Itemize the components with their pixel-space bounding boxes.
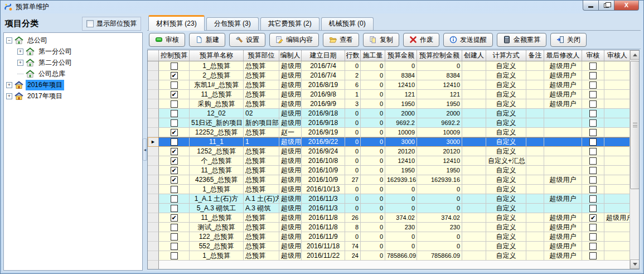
cell-modifier[interactable] [544,166,582,175]
checkbox-unchecked-icon[interactable] [589,205,597,212]
cell-name[interactable]: 122_总预算 [190,232,244,242]
cell-note[interactable] [526,137,544,147]
cell-volume[interactable]: 0 [361,242,385,251]
edit-button[interactable]: 编辑内容 [269,33,319,47]
cell-auditor[interactable] [604,204,631,213]
cell-name[interactable]: 12252_总预算 [190,128,244,137]
checkbox-unchecked-icon[interactable] [589,224,597,231]
cell-author[interactable]: 超级用户 [279,194,302,204]
cell-author[interactable]: 超级用户 [279,213,302,223]
cell-amount[interactable]: 12410 [385,156,417,166]
cell-creator[interactable] [462,223,486,232]
tree-item[interactable]: +2017年项目 [4,90,142,102]
cell-audit[interactable] [582,90,604,99]
cell-ctrlAmount[interactable]: 0 [417,232,462,242]
cell-ctrlAmount[interactable]: 8384 [417,71,462,80]
cell-modifier[interactable] [544,109,582,118]
cell-audit[interactable] [582,175,604,185]
cell-author[interactable]: 超级用户 [279,71,302,80]
cell-ctrl[interactable] [159,61,190,71]
cell-name[interactable]: 11_1 [190,137,244,147]
cell-author[interactable]: 超级用户 [279,156,302,166]
cell-lines[interactable]: 0 [345,204,361,213]
cell-audit[interactable] [582,185,604,194]
cell-audit[interactable] [582,251,604,261]
cell-modifier[interactable]: 超级用户 [544,71,582,80]
cell-calc[interactable]: 自定义 [486,71,526,80]
cell-author[interactable]: 超级用户 [279,204,302,213]
cell-note[interactable] [526,194,544,204]
checkbox-checked-icon[interactable]: ✔ [171,214,178,222]
show-part-budget-checkbox[interactable] [86,20,94,27]
cell-amount[interactable]: 230 [385,223,417,232]
cell-amount[interactable]: 10009 [385,128,417,137]
cell-lines[interactable]: 0 [345,147,361,156]
column-header-part[interactable]: 预算部位 [244,50,279,61]
cell-date[interactable]: 2016/11/22 [302,251,345,261]
cell-author[interactable]: 赵一 [279,128,302,137]
cell-name[interactable]: 5_A.3 砌筑工 [190,204,244,213]
cell-author[interactable]: 超级用户 [279,109,302,118]
cell-ctrlAmount[interactable]: 785866.09 [417,251,462,261]
cell-note[interactable] [526,61,544,71]
table-row[interactable]: 采购_总预算总预算超级用户2016/9/93019501950自定义超级用户 [148,99,639,109]
checkbox-checked-icon[interactable]: ✔ [171,129,178,136]
tree-item[interactable]: +2016年项目 [4,79,142,90]
column-header-ctrlAmount[interactable]: 预算控制金额 [417,50,462,61]
cell-ctrlAmount[interactable]: 0 [417,61,462,71]
settings-button[interactable]: 设置 [229,33,265,47]
cell-ctrl[interactable] [159,194,190,204]
cell-note[interactable] [526,242,544,251]
column-header-author[interactable]: 编制人 [279,50,302,61]
cell-creator[interactable] [462,213,486,223]
cell-ctrlAmount[interactable]: 1950 [417,166,462,175]
cell-ctrl[interactable]: ✔ [159,175,190,185]
cell-audit[interactable] [582,166,604,175]
cell-volume[interactable]: 0 [361,232,385,242]
cell-part[interactable]: A.3 砌筑 [244,204,279,213]
cell-author[interactable]: 超级用户 [279,166,302,175]
cell-calc[interactable]: 自定义 [486,128,526,137]
cell-name[interactable]: 1_总预算 [190,185,244,194]
cell-auditor[interactable] [604,90,631,99]
cell-author[interactable]: 超级用户 [279,242,302,251]
cell-modifier[interactable]: 超级用户 [544,251,582,261]
cell-ctrl[interactable]: ✔ [159,71,190,80]
cell-amount[interactable]: 1950 [385,166,417,175]
cell-ctrlAmount[interactable]: 12410 [417,80,462,90]
cell-audit[interactable] [582,99,604,109]
cell-auditor[interactable] [604,242,631,251]
cell-calc[interactable]: 自定义 [486,80,526,90]
cell-date[interactable]: 2016/9/9 [302,99,345,109]
cell-lines[interactable]: 0 [345,166,361,175]
cell-date[interactable]: 2016/11/3 [302,194,345,204]
cell-auditor[interactable] [604,185,631,194]
column-header-name[interactable]: 预算单名称 [190,50,244,61]
tab[interactable]: 其它费预算 (2) [260,17,319,30]
cell-volume[interactable]: 0 [361,204,385,213]
table-row[interactable]: ►11_11超级用户2016/9/220030003000自定义 [148,137,639,147]
cell-modifier[interactable]: 超级用户 [544,99,582,109]
cell-amount[interactable]: 0 [385,61,417,71]
checkbox-unchecked-icon[interactable] [589,81,597,89]
cell-part[interactable]: 总预算 [244,251,279,261]
void-button[interactable]: 作废 [403,33,439,47]
cell-date[interactable]: 2016/9/22 [302,137,345,147]
checkbox-unchecked-icon[interactable] [589,100,597,108]
cell-volume[interactable]: 0 [361,61,385,71]
cell-volume[interactable]: 0 [361,137,385,147]
minimize-button[interactable] [583,1,599,11]
expand-icon[interactable]: + [17,60,23,66]
cell-ctrlAmount[interactable]: 0 [417,185,462,194]
cell-calc[interactable]: 自定义 [486,137,526,147]
cell-name[interactable]: 12_02 [190,109,244,118]
cell-ctrl[interactable] [159,232,190,242]
cell-auditor[interactable] [604,99,631,109]
cell-volume[interactable]: 0 [361,213,385,223]
checkbox-unchecked-icon[interactable] [171,81,178,89]
cell-part[interactable]: A.1 土(石)方 [244,194,279,204]
copy-button[interactable]: 复制 [363,33,399,47]
cell-auditor[interactable] [604,147,631,156]
cell-ctrl[interactable] [159,80,190,90]
cell-volume[interactable]: 0 [361,251,385,261]
